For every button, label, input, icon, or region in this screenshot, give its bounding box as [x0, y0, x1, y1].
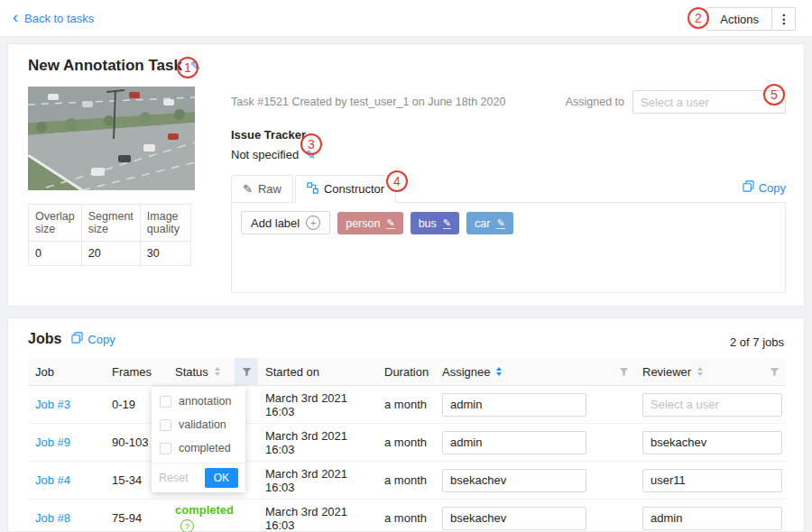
- col-started: Started on: [258, 358, 377, 386]
- assignee-filter-icon[interactable]: [612, 358, 635, 385]
- task-meta: Task #1521 Created by test_user_1 on Jun…: [231, 96, 505, 108]
- edit-label-icon[interactable]: ✎: [386, 217, 394, 229]
- task-page: ‹ Back to tasks Actions ⋮ New Annotation…: [0, 0, 812, 532]
- copy-label: Copy: [759, 181, 786, 195]
- status-filter-dropdown: annotation validation completed Reset OK: [152, 387, 245, 492]
- task-title: New Annotation Task: [28, 57, 182, 75]
- filter-footer: Reset OK: [152, 463, 245, 492]
- callout-5: 5: [763, 84, 785, 105]
- assignee-input[interactable]: [442, 393, 586, 417]
- actions-button[interactable]: Actions: [706, 7, 772, 31]
- actions-more-button[interactable]: ⋮: [772, 7, 796, 31]
- job-link[interactable]: Job #8: [35, 511, 70, 525]
- col-reviewer[interactable]: Reviewer: [635, 358, 786, 386]
- reviewer-input[interactable]: [642, 507, 782, 530]
- reviewer-sort-icon[interactable]: [697, 367, 703, 376]
- job-duration: a month: [377, 386, 435, 424]
- job-frames: 75-94: [105, 500, 168, 532]
- assignee-input[interactable]: [442, 507, 586, 530]
- label-tag-bus[interactable]: bus ✎: [411, 212, 459, 234]
- col-frames: Frames: [105, 358, 168, 386]
- tab-constructor-label: Constructor: [324, 182, 384, 196]
- filter-option-validation[interactable]: validation: [152, 413, 245, 436]
- filter-ok-button[interactable]: OK: [205, 468, 238, 488]
- back-label: Back to tasks: [24, 12, 94, 25]
- label-name: bus: [419, 217, 437, 230]
- filter-option-label: completed: [179, 442, 231, 454]
- checkbox-annotation[interactable]: [160, 396, 171, 408]
- col-assignee[interactable]: Assignee: [435, 358, 635, 386]
- label-tag-car[interactable]: car ✎: [466, 212, 513, 234]
- status-sort-icon[interactable]: [215, 367, 220, 376]
- jobs-header: Jobs Copy: [28, 331, 115, 347]
- callout-3: 3: [300, 133, 322, 155]
- tab-raw[interactable]: ✎ Raw: [231, 175, 293, 203]
- assignee-input[interactable]: [442, 431, 586, 454]
- filter-option-completed[interactable]: completed: [152, 436, 245, 460]
- jobs-count: 2 of 7 jobs: [730, 335, 784, 349]
- job-row: Job #9 90-103 March 3rd 2021 16:03 a mon…: [28, 424, 786, 462]
- copy-labels-link[interactable]: Copy: [743, 180, 786, 195]
- kebab-icon: ⋮: [778, 12, 790, 26]
- raw-pencil-icon: ✎: [243, 182, 253, 196]
- job-row: Job #3 0-19 March 3rd 2021 16:03 a month: [28, 386, 786, 424]
- assigned-to-label: Assigned to: [566, 96, 624, 108]
- col-job: Job: [28, 358, 105, 386]
- copy-jobs-link[interactable]: Copy: [71, 332, 115, 346]
- add-label-button[interactable]: Add label +: [241, 211, 330, 234]
- param-header-segment: Segment size: [81, 205, 140, 242]
- callout-4: 4: [386, 170, 408, 192]
- param-value-quality: 30: [140, 242, 190, 266]
- job-started: March 3rd 2021 16:03: [258, 386, 377, 424]
- edit-label-icon[interactable]: ✎: [443, 217, 451, 229]
- status-info-icon[interactable]: ?: [180, 519, 194, 532]
- reviewer-input[interactable]: [642, 431, 782, 454]
- assigned-to-group: Assigned to: [566, 90, 786, 114]
- reviewer-input[interactable]: [642, 469, 782, 492]
- job-started: March 3rd 2021 16:03: [258, 462, 377, 500]
- plus-circle-icon: +: [306, 216, 320, 230]
- labels-tabbar: ✎ Raw Constructor: [231, 173, 786, 203]
- job-link[interactable]: Job #9: [35, 436, 70, 449]
- filter-option-label: validation: [179, 418, 226, 431]
- job-status: completed?: [168, 500, 258, 532]
- checkbox-validation[interactable]: [160, 419, 171, 431]
- param-header-overlap: Overlap size: [29, 205, 82, 242]
- copy-icon: [743, 180, 754, 195]
- edit-label-icon[interactable]: ✎: [496, 217, 504, 229]
- status-filter-icon[interactable]: [235, 358, 258, 385]
- param-value-overlap: 0: [29, 242, 82, 266]
- callout-1: 1: [177, 57, 198, 78]
- back-to-tasks-link[interactable]: ‹ Back to tasks: [13, 0, 94, 36]
- job-duration: a month: [377, 462, 435, 500]
- param-value-segment: 20: [81, 242, 140, 266]
- filter-option-annotation[interactable]: annotation: [152, 390, 245, 413]
- preview-road-scene: [28, 87, 195, 190]
- job-link[interactable]: Job #4: [35, 473, 70, 487]
- copy-icon: [71, 332, 83, 346]
- checkbox-completed[interactable]: [160, 443, 171, 454]
- jobs-table-header-row: Job Frames Status Started on Duration: [28, 358, 786, 386]
- actions-button-group: Actions ⋮: [706, 7, 796, 31]
- task-meta-row: Task #1521 Created by test_user_1 on Jun…: [231, 90, 786, 114]
- task-title-row: New Annotation Task ✎: [28, 57, 201, 75]
- param-header-quality: Image quality: [140, 205, 190, 242]
- jobs-table: Job Frames Status Started on Duration: [28, 358, 786, 532]
- job-row: Job #8 75-94 completed? March 3rd 2021 1…: [28, 500, 786, 532]
- add-label-text: Add label: [251, 216, 300, 230]
- reviewer-filter-icon[interactable]: [762, 358, 786, 385]
- back-chevron-icon: ‹: [13, 9, 18, 25]
- jobs-title: Jobs: [28, 331, 61, 347]
- assignee-sort-icon[interactable]: [496, 367, 502, 376]
- reviewer-input[interactable]: [642, 393, 782, 417]
- job-started: March 3rd 2021 16:03: [258, 500, 377, 532]
- tab-constructor[interactable]: Constructor: [295, 175, 396, 203]
- job-link[interactable]: Job #3: [35, 398, 70, 411]
- col-status[interactable]: Status: [168, 358, 258, 386]
- filter-reset-button[interactable]: Reset: [159, 472, 189, 484]
- col-duration: Duration: [377, 358, 435, 386]
- label-tag-person[interactable]: person ✎: [337, 212, 402, 234]
- job-duration: a month: [377, 500, 435, 532]
- job-started: March 3rd 2021 16:03: [258, 424, 377, 462]
- assignee-input[interactable]: [442, 469, 586, 492]
